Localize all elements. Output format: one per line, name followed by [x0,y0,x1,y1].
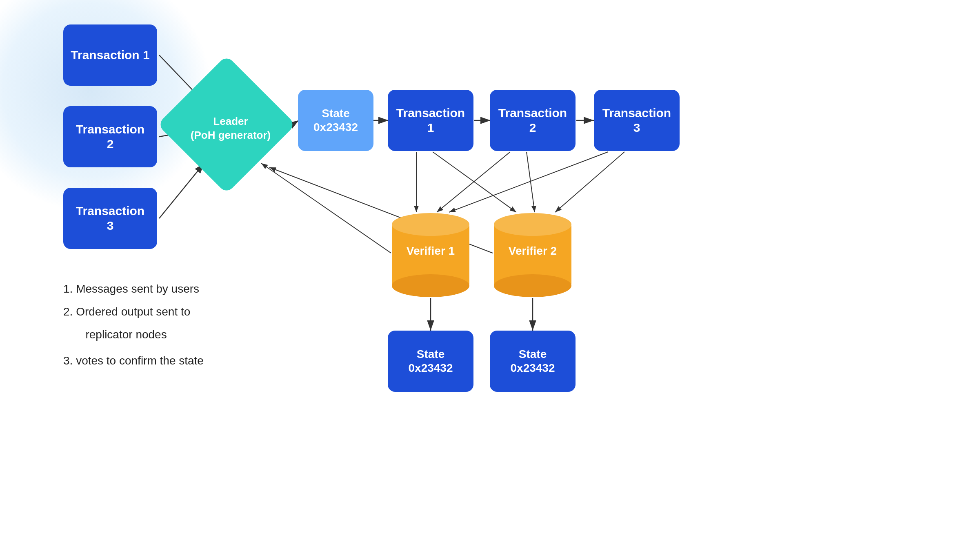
transaction-3-left: Transaction3 [63,188,157,249]
svg-line-10 [433,152,516,212]
svg-line-12 [527,152,535,212]
state-top: State0x23432 [298,90,373,151]
notes: 1. Messages sent by users 2. Ordered out… [63,278,204,372]
note-3: 3. votes to confirm the state [63,349,204,372]
state-verifier-2: State0x23432 [490,331,576,392]
transaction-3-right: Transaction3 [594,90,680,151]
verifier-1-label: Verifier 1 [407,244,455,258]
transaction-2-right: Transaction2 [490,90,576,151]
leader-label: Leader(PoH generator) [178,76,284,182]
diagram-container: Transaction 1 Transaction2 Transaction3 … [0,0,980,551]
svg-point-24 [494,213,571,236]
transaction-1-right: Transaction1 [388,90,473,151]
svg-line-14 [555,152,624,212]
verifier-2-label: Verifier 2 [509,244,557,258]
note-2: 2. Ordered output sent to replicator nod… [63,300,204,346]
transaction-2-left: Transaction2 [63,106,157,167]
svg-line-13 [449,152,608,212]
svg-point-20 [392,274,469,297]
svg-line-11 [437,152,510,212]
transaction-1-left: Transaction 1 [63,24,157,86]
state-verifier-1: State0x23432 [388,331,473,392]
svg-point-21 [392,213,469,236]
note-1: 1. Messages sent by users [63,278,204,300]
verifier-1: Verifier 1 [390,204,471,298]
svg-point-23 [494,274,571,297]
verifier-2: Verifier 2 [492,204,573,298]
